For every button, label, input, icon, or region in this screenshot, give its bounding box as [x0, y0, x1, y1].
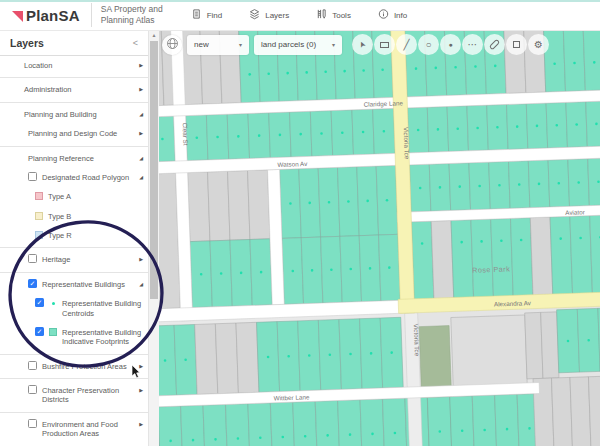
- land-parcel[interactable]: [293, 401, 318, 446]
- checkbox-checked[interactable]: ✓: [28, 279, 37, 288]
- settings-button[interactable]: ⚙: [528, 34, 549, 55]
- land-parcel[interactable]: [491, 218, 514, 297]
- land-parcel[interactable]: [208, 171, 230, 241]
- layer-item-location[interactable]: Location▶: [0, 56, 148, 75]
- layer-item-bushfire-protection-areas[interactable]: Bushfire Protection Areas▶: [0, 357, 148, 376]
- land-parcel[interactable]: [270, 402, 295, 446]
- layer-item-planning-reference[interactable]: Planning Reference◢: [0, 149, 148, 168]
- land-parcel[interactable]: [551, 377, 572, 446]
- select-pointer-button[interactable]: ➤: [352, 34, 373, 55]
- expand-arrow-icon[interactable]: ▶: [139, 130, 143, 136]
- land-parcel[interactable]: [427, 397, 452, 446]
- sidebar-scrollbar[interactable]: ▲: [148, 30, 159, 446]
- land-parcel[interactable]: [248, 403, 273, 446]
- expand-arrow-icon[interactable]: ▶: [139, 363, 143, 369]
- draw-line-button[interactable]: ╱: [396, 34, 417, 55]
- land-parcel[interactable]: [228, 171, 250, 241]
- nav-layers[interactable]: Layers: [249, 8, 289, 22]
- layer-item-planning-and-building[interactable]: Planning and Building◢: [0, 105, 148, 124]
- land-parcel[interactable]: [570, 216, 593, 295]
- legend-swatch-typeA: [35, 192, 43, 200]
- land-parcel[interactable]: [550, 216, 573, 295]
- layer-item-environment-and-food-production-areas[interactable]: Environment and Food Production Areas▶: [0, 415, 148, 444]
- expand-arrow-icon[interactable]: ▶: [139, 86, 143, 92]
- land-parcel[interactable]: [451, 220, 474, 299]
- expand-arrow-icon[interactable]: ▶: [139, 387, 143, 393]
- land-parcel[interactable]: [570, 377, 591, 446]
- land-parcel[interactable]: [562, 30, 585, 91]
- layer-item-administration[interactable]: Administration▶: [0, 80, 148, 99]
- collapse-arrow-icon[interactable]: ◢: [139, 111, 143, 117]
- land-parcel[interactable]: [195, 324, 218, 395]
- checkbox-unchecked[interactable]: [28, 361, 37, 370]
- plansa-logo-icon: [12, 11, 23, 22]
- checkbox-checked[interactable]: ✓: [35, 298, 44, 307]
- land-parcel[interactable]: [541, 312, 559, 379]
- land-parcel[interactable]: [383, 398, 408, 446]
- collapse-arrow-icon[interactable]: ◢: [139, 155, 143, 161]
- draw-rectangle-button[interactable]: [374, 34, 395, 55]
- land-parcel[interactable]: [431, 220, 454, 299]
- land-parcel[interactable]: [525, 312, 543, 379]
- land-parcel[interactable]: [248, 170, 270, 240]
- layer-item-representative-building-indicative-footprints[interactable]: ✓Representative Building Indicative Foot…: [0, 323, 148, 352]
- more-options-button[interactable]: ⋯: [462, 34, 483, 55]
- land-parcel[interactable]: [236, 322, 259, 393]
- collapse-arrow-icon[interactable]: ◢: [139, 281, 143, 287]
- legend-swatch-footprint: [49, 328, 57, 336]
- draw-point-button[interactable]: ●: [440, 34, 461, 55]
- checkbox-unchecked[interactable]: [28, 385, 37, 394]
- expand-arrow-icon[interactable]: ▶: [139, 256, 143, 262]
- expand-arrow-icon[interactable]: ▶: [139, 62, 143, 68]
- layer-item-type-b[interactable]: Type B: [0, 207, 148, 226]
- land-parcel[interactable]: [472, 395, 497, 446]
- draw-square-button[interactable]: [506, 34, 527, 55]
- checkbox-unchecked[interactable]: [28, 172, 37, 181]
- land-parcel[interactable]: [586, 101, 600, 147]
- scrollbar-thumb[interactable]: [150, 41, 158, 299]
- draw-circle-button[interactable]: ○: [418, 34, 439, 55]
- land-parcel[interactable]: [158, 325, 177, 396]
- land-parcel[interactable]: [315, 401, 340, 446]
- point-icon: ●: [448, 41, 452, 48]
- scenario-dropdown[interactable]: new ▾: [187, 35, 249, 55]
- layer-item-type-a[interactable]: Type A: [0, 187, 148, 206]
- scrollbar-up-icon[interactable]: ▲: [149, 32, 159, 38]
- layer-item-label: Representative Building Indicative Footp…: [62, 328, 143, 347]
- land-parcel[interactable]: [495, 394, 520, 446]
- land-parcel[interactable]: [215, 323, 238, 394]
- land-parcel[interactable]: [530, 217, 553, 296]
- land-parcel[interactable]: [158, 116, 175, 162]
- land-parcel[interactable]: [188, 172, 210, 242]
- checkbox-unchecked[interactable]: [28, 254, 37, 263]
- line-icon: ╱: [403, 39, 409, 50]
- checkbox-checked[interactable]: ✓: [35, 327, 44, 336]
- layer-item-planning-and-design-code[interactable]: Planning and Design Code▶: [0, 124, 148, 143]
- layer-item-heritage[interactable]: Heritage▶: [0, 250, 148, 269]
- land-parcel[interactable]: [510, 218, 533, 297]
- layer-item-representative-building-centroids[interactable]: ✓Representative Building Centroids: [0, 294, 148, 323]
- land-parcel[interactable]: [411, 221, 434, 300]
- selection-dropdown[interactable]: land parcels (0) ▾: [254, 35, 342, 55]
- checkbox-unchecked[interactable]: [28, 419, 37, 428]
- layer-item-designated-road-polygon[interactable]: Designated Road Polygon◢: [0, 168, 148, 187]
- land-parcel[interactable]: [450, 396, 475, 446]
- nav-tools[interactable]: Tools: [316, 8, 351, 22]
- nav-find[interactable]: Find: [191, 8, 223, 22]
- land-parcel[interactable]: [338, 400, 363, 446]
- layer-item-type-r[interactable]: Type R: [0, 226, 148, 245]
- land-parcel[interactable]: [360, 399, 385, 446]
- nav-info[interactable]: Info: [378, 8, 407, 22]
- app-title: SA Property and Planning Atlas: [101, 4, 163, 26]
- basemap-globe-button[interactable]: [162, 35, 182, 55]
- layer-item-character-preservation-districts[interactable]: Character Preservation Districts▶: [0, 381, 148, 410]
- land-parcel[interactable]: [471, 219, 494, 298]
- expand-arrow-icon[interactable]: ▶: [139, 421, 143, 427]
- plansa-logo: PlanSA: [0, 7, 80, 24]
- layers-panel-title: Layers: [10, 37, 44, 49]
- attachment-button[interactable]: [484, 34, 505, 55]
- collapse-panel-icon[interactable]: <: [133, 38, 138, 48]
- layer-item-representative-buildings[interactable]: ✓Representative Buildings◢: [0, 275, 148, 294]
- collapse-arrow-icon[interactable]: ◢: [139, 174, 143, 180]
- map-canvas[interactable]: Claridge Lane Watson Av Aviator Alexandr…: [158, 30, 600, 446]
